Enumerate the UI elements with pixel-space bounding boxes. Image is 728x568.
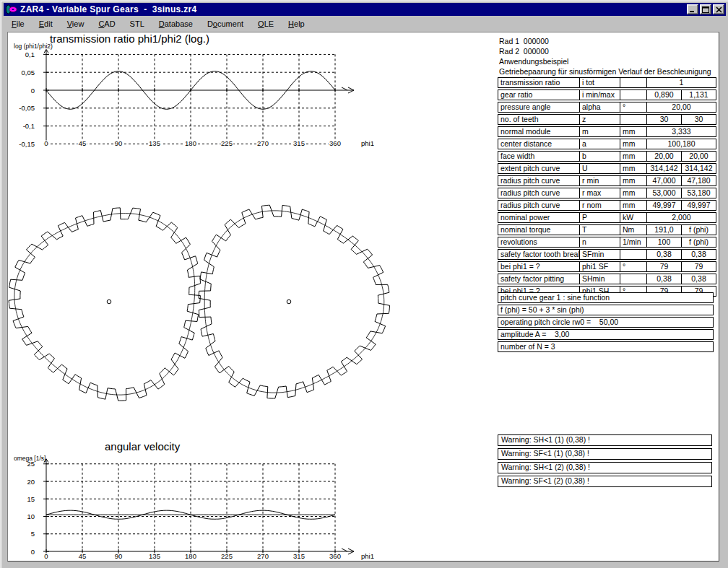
gear-2 <box>199 205 389 398</box>
table-cell: 100,180 <box>646 139 716 149</box>
svg-text:-0,05: -0,05 <box>19 104 35 112</box>
info-row: number of N = 3 <box>498 341 714 352</box>
table-cell: bei phi1 = ? <box>498 262 579 271</box>
table-cell: 2,000 <box>646 213 716 222</box>
table-cell: safety factor tooth breakage <box>498 250 579 259</box>
svg-text:0: 0 <box>31 87 35 95</box>
report-header: Rad 1 000000Rad 2 000000Anwendungsbeispi… <box>499 36 716 77</box>
table-cell: gear ratio <box>498 90 579 100</box>
svg-text:0: 0 <box>44 139 48 147</box>
menu-item-cad[interactable]: CAD <box>91 18 122 30</box>
svg-text:15: 15 <box>27 495 35 503</box>
svg-text:180: 180 <box>185 139 196 147</box>
pitch-curve-info-table: pitch curve gear 1 : sine functionf (phi… <box>498 292 714 354</box>
table-cell <box>620 78 646 87</box>
minimize-button[interactable] <box>687 4 698 14</box>
table-row: no. of teethz3030 <box>498 114 716 125</box>
warning-row: Warning: SH<1 (2) (0,38) ! <box>498 462 712 473</box>
table-cell: 0,38 <box>681 250 716 259</box>
menu-item-file[interactable]: File <box>4 18 32 30</box>
table-cell: a <box>579 139 620 149</box>
svg-text:180: 180 <box>185 552 196 560</box>
table-cell: 191,0 <box>646 225 681 235</box>
svg-text:360: 360 <box>329 552 341 560</box>
info-row: pitch curve gear 1 : sine function <box>498 292 714 303</box>
menu-item-stl[interactable]: STL <box>123 18 152 30</box>
table-cell: 314,142 <box>646 164 681 173</box>
menu-item-edit[interactable]: Edit <box>32 18 60 30</box>
info-row: operating pitch circle rw0 = 50,00 <box>498 317 714 328</box>
table-cell: mm <box>620 139 646 149</box>
svg-text:90: 90 <box>115 139 123 147</box>
maximize-button[interactable] <box>700 4 711 14</box>
table-cell: 0,38 <box>646 274 681 284</box>
table-row: normal modulemmm3,333 <box>498 126 716 137</box>
svg-text:360: 360 <box>329 139 341 147</box>
table-cell: face width <box>498 152 579 161</box>
svg-text:135: 135 <box>149 552 160 560</box>
table-cell: i tot <box>579 78 620 87</box>
table-cell: center distance <box>498 139 579 149</box>
svg-text:0: 0 <box>44 552 48 560</box>
gear-1-pitch-curve <box>14 214 195 395</box>
table-cell: 49,997 <box>681 201 716 210</box>
report-header-line: Rad 1 000000 <box>499 36 716 46</box>
table-cell: no. of teeth <box>498 115 579 124</box>
table-cell: radius pitch curve <box>498 176 579 185</box>
table-cell: normal module <box>498 127 579 136</box>
table-row: nominal powerPkW2,000 <box>498 212 716 223</box>
table-cell: 1 <box>646 78 716 87</box>
warnings-table: Warning: SH<1 (1) (0,38) !Warning: SF<1 … <box>498 434 712 489</box>
table-cell: 49,997 <box>646 201 681 210</box>
table-cell: radius pitch curve <box>498 201 579 210</box>
svg-text:transmission ratio phi1/phi2 (: transmission ratio phi1/phi2 (log.) <box>50 32 209 45</box>
svg-text:20: 20 <box>27 478 35 486</box>
svg-text:270: 270 <box>257 139 269 147</box>
table-cell: 100 <box>646 237 681 247</box>
table-cell: f (phi) <box>681 237 716 247</box>
menu-item-view[interactable]: View <box>60 18 92 30</box>
svg-text:270: 270 <box>257 552 269 560</box>
close-button[interactable] <box>713 4 724 14</box>
menu-item-document[interactable]: Document <box>200 18 251 30</box>
table-cell <box>620 90 646 100</box>
table-cell: i min/max <box>579 90 620 100</box>
table-cell: 20,00 <box>681 152 716 161</box>
warning-row: Warning: SF<1 (1) (0,38) ! <box>498 448 712 460</box>
table-cell: Nm <box>620 225 646 235</box>
svg-text:45: 45 <box>79 139 87 147</box>
gear-parameters-table: transmission ratioi tot1gear ratioi min/… <box>498 77 716 298</box>
table-cell <box>620 115 646 124</box>
table-cell: r nom <box>579 201 620 210</box>
svg-text:-0,15: -0,15 <box>19 140 35 148</box>
menu-item-ole[interactable]: OLE <box>251 18 281 30</box>
top-chart: 0,10,050-0,05-0,1-0,15045901351802252703… <box>14 32 374 148</box>
app-icon <box>5 4 17 14</box>
table-cell: 79 <box>681 262 716 271</box>
table-row: safety factor pittingSHmin0,380,38 <box>498 274 716 284</box>
svg-text:omega [1/s]: omega [1/s] <box>14 455 46 462</box>
menu-bar: FileEditViewCADSTLDatabaseDocumentOLEHel… <box>4 17 725 31</box>
menu-item-database[interactable]: Database <box>152 18 200 30</box>
info-row: f (phi) = 50 + 3 * sin (phi) <box>498 305 714 315</box>
table-cell: ° <box>620 262 646 271</box>
gear-2-pitch-curve <box>204 211 384 393</box>
table-cell: 47,180 <box>681 176 716 185</box>
table-cell: 30 <box>681 115 716 124</box>
svg-text:10: 10 <box>27 512 35 520</box>
table-cell: 20,00 <box>646 152 681 161</box>
table-cell: revolutions <box>498 237 579 247</box>
table-cell: 1/min <box>620 237 646 247</box>
warning-row: Warning: SH<1 (1) (0,38) ! <box>498 434 712 446</box>
menu-item-help[interactable]: Help <box>281 18 312 30</box>
table-row: bei phi1 = ?phi1 SF°7979 <box>498 261 716 272</box>
table-row: transmission ratioi tot1 <box>498 77 716 88</box>
table-cell: r max <box>579 188 620 198</box>
table-cell: SFmin <box>579 250 620 259</box>
svg-text:135: 135 <box>149 139 160 147</box>
table-cell: radius pitch curve <box>498 188 579 198</box>
table-cell: z <box>579 115 620 124</box>
table-cell: mm <box>620 176 646 185</box>
title-bar[interactable]: ZAR4 - Variable Spur Gears - 3sinus.zr4 <box>4 3 726 16</box>
table-row: revolutionsn1/min100f (phi) <box>498 237 716 248</box>
